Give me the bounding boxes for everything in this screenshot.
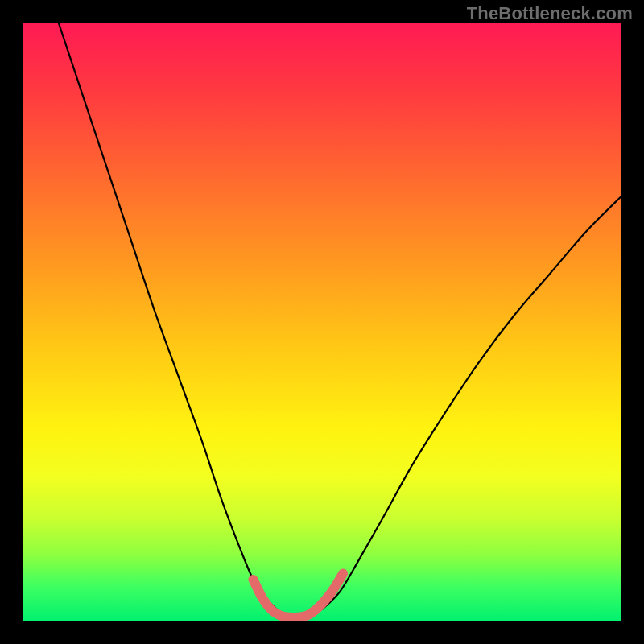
outer-frame: TheBottleneck.com xyxy=(0,0,644,644)
series-valley-highlight xyxy=(253,573,343,617)
series-right-curve xyxy=(322,196,621,609)
chart-svg xyxy=(23,23,621,621)
series-left-curve xyxy=(59,23,278,609)
plot-area xyxy=(23,23,621,621)
watermark-text: TheBottleneck.com xyxy=(467,3,633,24)
